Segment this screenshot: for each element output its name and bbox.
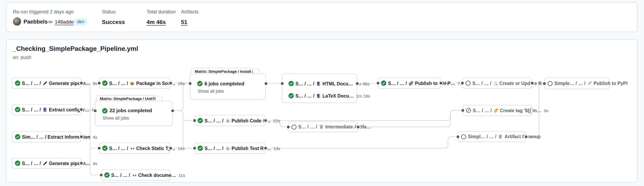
job-prefix: Sim… / … / [22,134,46,139]
run-summary-card: Re-run triggered 2 days ago Paebbels 148… [6,2,638,32]
job-label: S… / … /Check Static Ty… [109,146,175,151]
connection-dot [263,118,268,123]
status-success-icon [102,145,108,151]
connection-dot [79,161,84,165]
workflow-trigger: on: push [12,55,31,60]
job-duration: 1m 18s [356,93,370,98]
job-node-extract-config[interactable]: S… / … /Extract configur…6s [12,104,81,115]
status-pending-icon [548,81,553,86]
job-node-artifact-cleanup[interactable]: Simpl… / … /Artifact Cleanup [458,131,526,142]
job-node-publish-ghpages[interactable]: S… / … /Publish to GH-P…7s [378,78,441,89]
connection-dot [376,81,380,85]
branch-badge[interactable]: dev [74,18,88,25]
job-name: Generate pipelin… [49,81,90,86]
trash-icon [498,134,503,139]
status-success-icon [288,93,294,98]
status-success-icon [102,81,108,86]
book-icon [42,107,47,112]
job-node-publish-coverage[interactable]: S… / … /Publish Code C…22s [194,115,266,126]
job-name: Check docume… [138,172,176,177]
job-prefix: S… / … / [109,146,128,151]
job-node-create-tag[interactable]: S… / … /Create tag '${{ in…0s [462,105,532,116]
connection-dot [192,118,196,123]
status-success-icon [15,81,20,86]
duration-label: Total duration [146,9,176,15]
status-success-icon [15,107,20,112]
job-node-gen-params-2[interactable]: S… / … /Generate pipelin…4s [12,158,81,169]
matrix-node-matrix-install[interactable]: 6 jobs completedShow all jobs [190,74,266,100]
connection-dot [530,81,534,85]
status-pending-icon [466,81,471,86]
job-node-check-docs[interactable]: S… / … /Check docume…11s [101,169,170,180]
job-node-package[interactable]: S… / … /Package in Sou…18s [99,78,170,89]
job-name: Create or Update R… [499,81,546,86]
chart-icon [225,146,230,151]
matrix-tab-label: Matrix: SimplePackage / UnitTest… [96,95,156,101]
job-name: Extract Information [48,134,90,139]
connection-dot [168,146,173,150]
job-duration: 4s [93,134,97,139]
status-success-icon [198,145,203,151]
workflow-file-title: _Checking_SimplePackage_Pipeline.yml [12,45,138,53]
memo-icon [493,81,498,86]
job-name: LaTeX Docu… [322,93,354,98]
status-success-icon [381,81,386,86]
actor-login[interactable]: Paebbels [24,19,48,25]
job-duration: 14s [178,146,185,151]
group-row-job[interactable]: S… / … /HTML Docu…1m 46s [282,78,357,89]
connection-dot [79,81,84,85]
matrix-jobs-completed: 6 jobs completed [197,81,244,86]
job-prefix: S… / … / [296,93,314,98]
connection-dot [170,108,175,113]
connection-dot [280,81,284,86]
chart-icon [225,118,230,123]
status-success-icon [197,81,202,86]
rocket-icon [587,81,592,86]
connection-dot [168,81,173,85]
commit-sha-link[interactable]: 148adde [55,19,74,25]
book-icon [316,81,321,86]
eyes-icon [132,172,136,177]
artifacts-count[interactable]: 51 [181,19,187,25]
connection-dot [263,146,268,150]
job-name: Generate pipelin… [49,161,90,166]
show-all-jobs-link[interactable]: Show all jobs [103,115,129,120]
status-success-icon [198,118,203,123]
connection-dot [460,108,465,113]
group-row-job[interactable]: S… / … /LaTeX Docu…1m 18s [282,90,357,101]
job-label: S… / … /Create or Update R… [472,81,546,86]
job-label: S… / … /Package in Sou… [109,81,175,86]
status-success-icon [15,134,20,139]
job-prefix: S… / … / [22,81,41,86]
job-node-create-release[interactable]: S… / … /Create or Update R… [462,78,532,89]
avatar[interactable] [13,18,21,26]
connection-dot [438,81,443,85]
job-label: S… / … /Create tag '${{ in… [473,108,541,113]
job-node-check-static[interactable]: S… / … /Check Static Ty…14s [99,143,170,154]
duration-value[interactable]: 4m 46s [146,19,166,25]
job-node-extract-info[interactable]: Sim… / … /Extract Information4s [12,131,81,142]
matrix-node-matrix-unittest[interactable]: 22 jobs completedShow all jobs [95,101,172,126]
job-duration: 18s [178,81,185,86]
show-all-jobs-link[interactable]: Show all jobs [198,88,224,93]
job-prefix: S… / … / [22,161,41,166]
job-node-intermediate-cleanup[interactable]: S… / … /Intermediate Artifa… [288,122,358,132]
job-duration: 4s [93,161,97,166]
connection-dot [93,108,97,113]
connection-dot [79,107,84,112]
job-duration: 11s [178,172,185,177]
connection-dot [355,81,359,86]
connection-dot [97,81,101,85]
connection-dot [99,173,103,177]
connection-dot [542,81,546,86]
job-node-publish-testresults[interactable]: S… / … /Publish Test Re…14s [194,143,266,154]
job-node-gen-params-1[interactable]: S… / … /Generate pipelin…3s [12,78,81,89]
job-label: Simpl… / … /Artifact Cleanup [468,134,540,139]
connection-dot [79,135,84,139]
connection-dot [264,81,268,86]
status-value: Success [102,19,125,25]
job-prefix: S… / … / [472,81,491,86]
job-node-publish-pypi[interactable]: Simple… / … /Publish to PyPI [544,78,610,89]
job-label: S… / … /LaTeX Docu… [296,93,354,98]
workflow-run-page: Re-run triggered 2 days ago Paebbels 148… [0,0,644,186]
